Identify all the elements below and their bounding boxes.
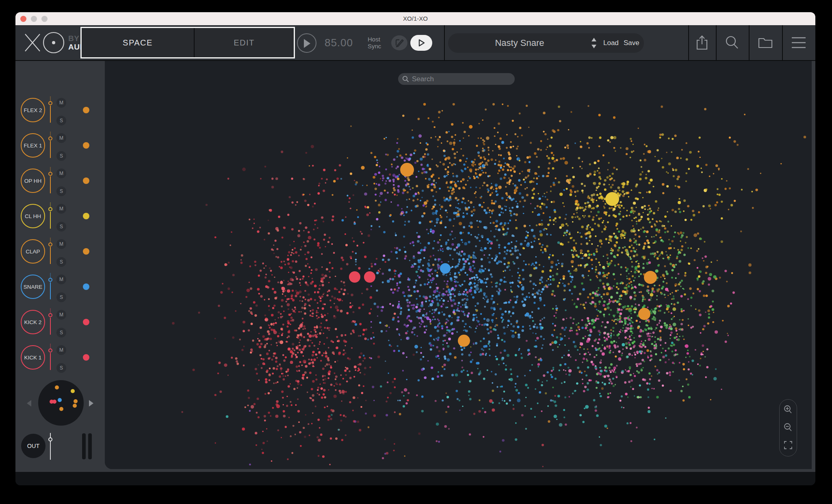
tempo-display[interactable]: 85.00 bbox=[319, 25, 358, 60]
preset-stepper[interactable] bbox=[590, 37, 598, 49]
preset-down-icon[interactable] bbox=[592, 45, 596, 48]
space-navigator[interactable] bbox=[38, 380, 84, 426]
channel-row-snare: SNAREMS bbox=[15, 268, 105, 305]
navigator-dot bbox=[71, 389, 75, 393]
channel-pad-kick-1[interactable]: KICK 1 bbox=[21, 345, 45, 370]
slider-knob[interactable] bbox=[48, 348, 52, 353]
mute-button-kick-2[interactable]: M bbox=[56, 310, 66, 320]
channel-pad-snare[interactable]: SNARE bbox=[21, 275, 45, 299]
zoom-out-button[interactable] bbox=[780, 419, 797, 437]
solo-button-flex-2[interactable]: S bbox=[56, 116, 66, 125]
pencil-icon bbox=[391, 35, 407, 50]
play-outline-icon bbox=[410, 35, 432, 51]
window-footer bbox=[15, 472, 815, 485]
channel-pad-cl-hh[interactable]: CL HH bbox=[21, 204, 45, 228]
channel-color-indicator bbox=[83, 107, 89, 113]
mute-button-cl-hh[interactable]: M bbox=[56, 204, 66, 214]
preset-up-icon[interactable] bbox=[592, 38, 596, 41]
solo-button-flex-1[interactable]: S bbox=[56, 151, 66, 161]
save-button[interactable]: Save bbox=[624, 33, 639, 53]
navigator-dot bbox=[52, 400, 56, 404]
slider-knob[interactable] bbox=[48, 101, 52, 105]
titlebar[interactable]: XO/1-XO bbox=[15, 12, 815, 26]
preset-selector[interactable]: Nasty Snare Load Save bbox=[448, 33, 644, 53]
nav-prev-arrow[interactable] bbox=[27, 400, 31, 407]
out-channel-button[interactable]: OUT bbox=[21, 434, 46, 458]
channel-volume-slider-kick-2[interactable] bbox=[46, 304, 55, 340]
solo-button-clap[interactable]: S bbox=[56, 257, 66, 267]
slider-knob[interactable] bbox=[48, 172, 52, 176]
solo-button-kick-2[interactable]: S bbox=[56, 328, 66, 337]
out-volume-slider[interactable] bbox=[46, 429, 55, 464]
view-tabs: SPACE EDIT bbox=[80, 27, 295, 58]
mute-button-op-hh[interactable]: M bbox=[56, 169, 66, 178]
channel-volume-slider-flex-2[interactable] bbox=[46, 92, 55, 128]
channel-volume-slider-flex-1[interactable] bbox=[46, 127, 55, 164]
channel-volume-slider-kick-1[interactable] bbox=[46, 339, 55, 376]
toolbar-divider bbox=[444, 25, 445, 60]
solo-button-kick-1[interactable]: S bbox=[56, 363, 66, 373]
channel-color-indicator bbox=[83, 283, 89, 290]
channel-pad-flex-2[interactable]: FLEX 2 bbox=[21, 98, 45, 122]
toolbar-divider bbox=[782, 25, 783, 60]
solo-button-snare[interactable]: S bbox=[56, 292, 66, 302]
channel-volume-slider-op-hh[interactable] bbox=[46, 162, 55, 199]
browser-button[interactable] bbox=[751, 25, 780, 60]
nav-next-arrow[interactable] bbox=[89, 400, 93, 407]
menu-icon bbox=[791, 36, 806, 49]
zoom-controls bbox=[779, 399, 797, 456]
slider-knob[interactable] bbox=[48, 242, 52, 247]
channel-volume-slider-clap[interactable] bbox=[46, 233, 55, 270]
write-mode-toggle[interactable] bbox=[391, 35, 407, 50]
host-sync-label: Host Sync bbox=[368, 36, 381, 50]
load-button[interactable]: Load bbox=[603, 33, 619, 53]
tab-space[interactable]: SPACE bbox=[82, 28, 195, 57]
channel-pad-kick-2[interactable]: KICK 2 bbox=[21, 310, 45, 334]
channel-volume-slider-snare[interactable] bbox=[46, 268, 55, 305]
mute-button-flex-2[interactable]: M bbox=[56, 98, 66, 108]
channel-row-kick-2: KICK 2MS bbox=[15, 304, 105, 340]
channel-pad-flex-1[interactable]: FLEX 1 bbox=[21, 133, 45, 158]
channel-row-kick-1: KICK 1MS bbox=[15, 339, 105, 376]
export-button[interactable] bbox=[688, 25, 716, 60]
slider-knob[interactable] bbox=[48, 207, 52, 211]
channel-label: KICK 1 bbox=[24, 355, 42, 361]
desktop-background: XO/1-XO BY XLN AUDIO SPACE EDIT bbox=[0, 0, 832, 504]
zoom-out-icon bbox=[783, 422, 793, 433]
sample-search[interactable] bbox=[398, 73, 515, 85]
mute-button-kick-1[interactable]: M bbox=[56, 345, 66, 355]
zoom-in-button[interactable] bbox=[780, 401, 797, 419]
preset-name[interactable]: Nasty Snare bbox=[448, 33, 591, 53]
channel-row-cl-hh: CL HHMS bbox=[15, 198, 105, 234]
channel-label: KICK 2 bbox=[24, 319, 42, 325]
play-icon bbox=[303, 39, 311, 48]
channel-label: FLEX 1 bbox=[24, 143, 42, 149]
navigator-dot bbox=[74, 399, 78, 403]
sample-space-scatter[interactable] bbox=[105, 61, 812, 469]
fullscreen-button[interactable] bbox=[780, 436, 797, 454]
channel-volume-slider-cl-hh[interactable] bbox=[46, 198, 55, 234]
slider-knob[interactable] bbox=[48, 136, 52, 141]
slider-knob[interactable] bbox=[48, 278, 52, 282]
channel-pad-op-hh[interactable]: OP HH bbox=[21, 169, 45, 193]
space-view bbox=[105, 61, 812, 469]
navigator-dot bbox=[59, 407, 63, 411]
solo-button-op-hh[interactable]: S bbox=[56, 186, 66, 196]
channel-color-indicator bbox=[83, 177, 89, 184]
tab-edit[interactable]: EDIT bbox=[195, 28, 294, 57]
mute-button-snare[interactable]: M bbox=[56, 275, 66, 284]
toolbar: BY XLN AUDIO SPACE EDIT 85.00 Host Sync bbox=[15, 25, 815, 61]
meter-bar bbox=[88, 433, 92, 459]
host-sync-play-toggle[interactable] bbox=[410, 35, 432, 51]
channel-label: CLAP bbox=[26, 249, 40, 255]
slider-knob[interactable] bbox=[48, 313, 52, 317]
search-input[interactable] bbox=[411, 74, 510, 85]
mute-button-clap[interactable]: M bbox=[56, 239, 66, 249]
search-button[interactable] bbox=[718, 25, 746, 60]
channel-pad-clap[interactable]: CLAP bbox=[21, 239, 45, 264]
play-button[interactable] bbox=[297, 33, 316, 53]
mute-button-flex-1[interactable]: M bbox=[56, 133, 66, 143]
menu-button[interactable] bbox=[784, 25, 813, 60]
channel-color-indicator bbox=[83, 213, 89, 219]
solo-button-cl-hh[interactable]: S bbox=[56, 222, 66, 231]
